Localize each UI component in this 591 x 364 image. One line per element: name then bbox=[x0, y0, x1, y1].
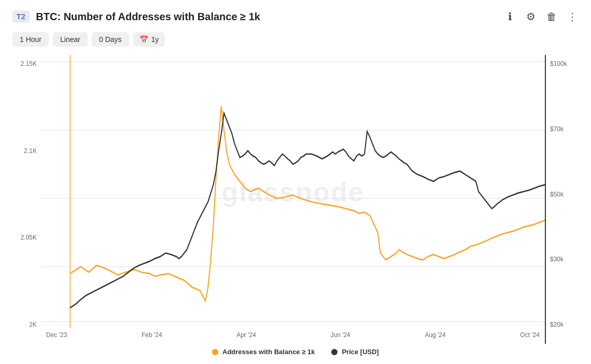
x-label-4: Aug '24 bbox=[425, 331, 445, 339]
legend-item-price: Price [USD] bbox=[331, 348, 379, 356]
y-axis-right: $100k $70k $50k $30k $20k bbox=[545, 55, 579, 344]
legend-label-price: Price [USD] bbox=[342, 348, 379, 356]
x-label-3: Jun '24 bbox=[330, 331, 350, 339]
header-icons: ℹ ⚙ 🗑 ⋮ bbox=[504, 10, 579, 23]
y-right-label-3: $50k bbox=[550, 191, 564, 198]
x-label-5: Oct '24 bbox=[520, 331, 540, 339]
scale-button[interactable]: Linear bbox=[53, 32, 88, 47]
y-right-label-4: $70k bbox=[550, 125, 564, 133]
interval-button[interactable]: 1 Hour bbox=[12, 32, 49, 47]
x-label-0: Dec '23 bbox=[46, 331, 67, 339]
y-right-label-2: $30k bbox=[550, 256, 564, 263]
y-label-2: 2.05K bbox=[21, 234, 37, 241]
chart-legend: Addresses with Balance ≥ 1k Price [USD] bbox=[12, 348, 579, 356]
period-label: 1y bbox=[151, 35, 159, 44]
chart-main: glassnode bbox=[41, 55, 545, 344]
legend-dot-price bbox=[331, 349, 337, 355]
legend-item-addresses: Addresses with Balance ≥ 1k bbox=[212, 348, 315, 356]
settings-icon[interactable]: ⚙ bbox=[525, 10, 537, 23]
y-axis-left: 2.15K 2.1K 2.05K 2K bbox=[12, 55, 41, 344]
chart-header: T2 BTC: Number of Addresses with Balance… bbox=[12, 10, 579, 23]
t2-badge: T2 bbox=[12, 10, 30, 23]
chart-title: BTC: Number of Addresses with Balance ≥ … bbox=[36, 11, 260, 23]
calendar-icon: 📅 bbox=[139, 35, 148, 44]
y-label-3: 2.1K bbox=[24, 147, 37, 155]
header-left: T2 BTC: Number of Addresses with Balance… bbox=[12, 10, 260, 23]
chart-svg bbox=[41, 55, 545, 328]
x-axis: Dec '23 Feb '24 Apr '24 Jun '24 Aug '24 … bbox=[41, 328, 545, 344]
chart-svg-area: glassnode bbox=[41, 55, 545, 328]
addresses-line bbox=[70, 106, 545, 301]
y-label-1: 2K bbox=[29, 321, 37, 328]
period-button[interactable]: 📅 1y bbox=[133, 32, 165, 47]
controls-bar: 1 Hour Linear 0 Days 📅 1y bbox=[12, 32, 579, 47]
days-button[interactable]: 0 Days bbox=[92, 32, 129, 47]
y-label-4: 2.15K bbox=[21, 60, 37, 67]
more-icon[interactable]: ⋮ bbox=[566, 10, 579, 23]
delete-icon[interactable]: 🗑 bbox=[545, 10, 558, 23]
x-label-2: Apr '24 bbox=[236, 331, 256, 339]
info-icon[interactable]: ℹ bbox=[504, 10, 516, 23]
legend-dot-addresses bbox=[212, 349, 218, 355]
price-line bbox=[70, 113, 545, 307]
chart-area: 2.15K 2.1K 2.05K 2K glassnode bbox=[12, 55, 579, 344]
legend-label-addresses: Addresses with Balance ≥ 1k bbox=[222, 348, 315, 356]
x-label-1: Feb '24 bbox=[142, 331, 162, 339]
main-container: T2 BTC: Number of Addresses with Balance… bbox=[0, 0, 591, 364]
y-right-label-5: $100k bbox=[550, 60, 567, 67]
y-right-label-1: $20k bbox=[550, 321, 564, 328]
